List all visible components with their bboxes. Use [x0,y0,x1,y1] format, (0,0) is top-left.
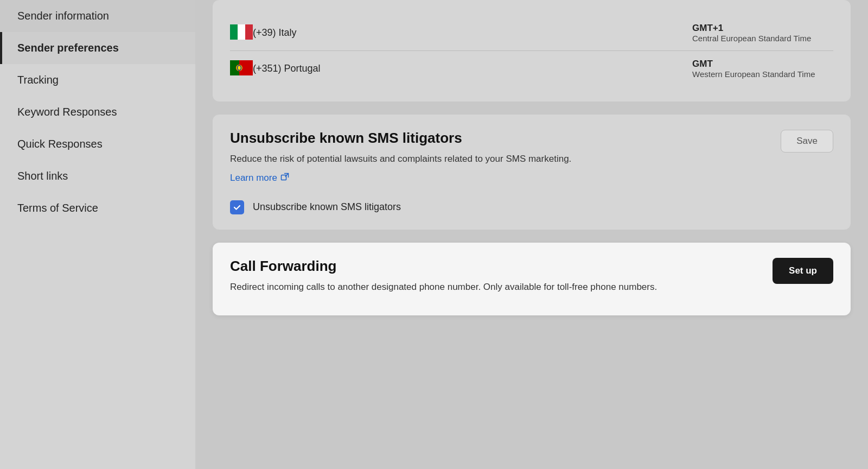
sidebar-item-short-links[interactable]: Short links [0,160,195,192]
unsubscribe-checkbox[interactable] [230,200,244,214]
setup-button[interactable]: Set up [773,258,833,284]
svg-rect-1 [238,24,245,40]
svg-rect-2 [245,24,253,40]
sidebar-item-keyword-responses[interactable]: Keyword Responses [0,96,195,128]
timezone-name-1: Western European Standard Time [692,69,833,79]
checkbox-row: Unsubscribe known SMS litigators [230,200,833,214]
call-forwarding-title: Call Forwarding [230,258,833,275]
timezone-name-0: Central European Standard Time [692,34,833,43]
phone-entries-card: (+39) ItalyGMT+1Central European Standar… [213,0,851,102]
main-content: (+39) ItalyGMT+1Central European Standar… [195,0,868,469]
sidebar-item-tracking[interactable]: Tracking [0,64,195,96]
unsubscribe-title: Unsubscribe known SMS litigators [230,130,833,147]
external-link-icon [280,173,289,184]
call-forwarding-description: Redirect incoming calls to another desig… [230,280,675,294]
timezone-info-1: GMTWestern European Standard Time [692,59,833,79]
flag-portugal [230,60,253,78]
timezone-code-0: GMT+1 [692,23,833,34]
phone-country-0: (+39) Italy [253,27,692,39]
save-button[interactable]: Save [781,130,833,153]
learn-more-link[interactable]: Learn more [230,173,289,184]
phone-row-0: (+39) ItalyGMT+1Central European Standar… [230,15,833,51]
sidebar-item-terms-of-service[interactable]: Terms of Service [0,192,195,224]
sidebar: Sender informationSender preferencesTrac… [0,0,195,469]
sidebar-item-sender-information[interactable]: Sender information [0,0,195,32]
phone-row-1: (+351) PortugalGMTWestern European Stand… [230,51,833,86]
flag-italy [230,24,253,42]
sidebar-item-sender-preferences[interactable]: Sender preferences [0,32,195,64]
unsubscribe-card: Unsubscribe known SMS litigators Reduce … [213,115,851,230]
checkbox-label: Unsubscribe known SMS litigators [253,201,401,213]
timezone-info-0: GMT+1Central European Standard Time [692,23,833,43]
call-forwarding-card: Call Forwarding Redirect incoming calls … [213,243,851,316]
phone-country-1: (+351) Portugal [253,63,692,74]
timezone-code-1: GMT [692,59,833,69]
learn-more-label: Learn more [230,173,277,183]
sidebar-item-quick-responses[interactable]: Quick Responses [0,128,195,160]
unsubscribe-description: Reduce the risk of potential lawsuits an… [230,152,675,166]
svg-rect-0 [230,24,238,40]
